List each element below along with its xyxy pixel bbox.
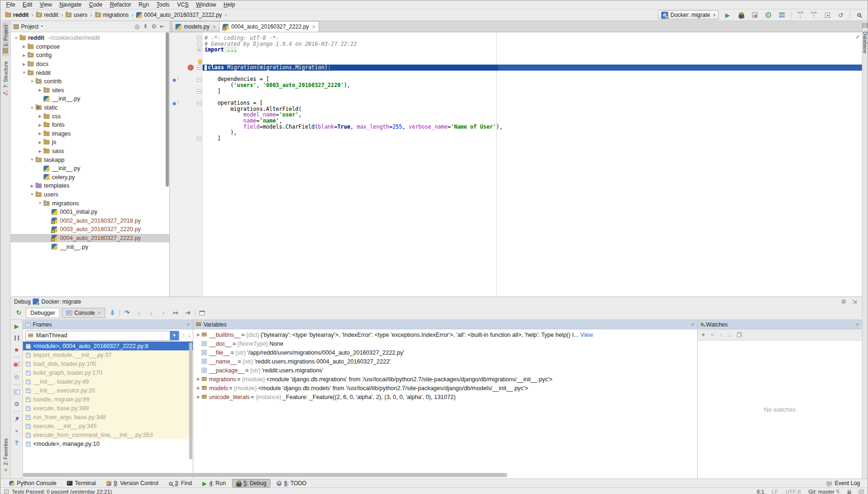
restore-layout-button[interactable] bbox=[12, 388, 22, 396]
locate-file-button[interactable]: ◎ bbox=[133, 23, 141, 30]
variable-row-migrations[interactable]: ▶migrations = {module}<module 'django.db… bbox=[193, 375, 697, 384]
mute-breakpoints-button[interactable]: ⊘ bbox=[12, 372, 22, 381]
stop-button[interactable]: ■ bbox=[12, 345, 22, 354]
code-line[interactable]: ('users', '0003_auto_20160327_2220'), bbox=[203, 82, 862, 88]
code-line[interactable]: ] bbox=[203, 88, 862, 94]
menu-code[interactable]: Code bbox=[85, 1, 106, 8]
close-tab-icon[interactable]: × bbox=[312, 24, 315, 29]
variable-row-models[interactable]: ▶models = {module}<module 'django.db.mod… bbox=[193, 384, 697, 392]
code-line[interactable] bbox=[203, 94, 862, 100]
line-separator[interactable]: LF bbox=[772, 489, 778, 494]
previous-frame-icon[interactable]: ↑ bbox=[182, 332, 185, 339]
code-line[interactable]: model_name='user', bbox=[203, 112, 862, 118]
tree-item-reddit[interactable]: ▼reddit bbox=[11, 68, 169, 77]
tool-window-button-4-run[interactable]: ▶4: Run bbox=[198, 479, 230, 487]
stack-frame-row[interactable]: execute, __init__.py:345 bbox=[23, 421, 193, 430]
chevron-down-icon[interactable]: ▾ bbox=[41, 24, 43, 29]
stack-frame-row[interactable]: <module>, 0004_auto_20160327_2222.py:8 bbox=[23, 341, 193, 350]
breadcrumb-item-reddit[interactable]: reddit bbox=[4, 11, 29, 19]
stack-frame-row[interactable]: build_graph, loader.py:170 bbox=[23, 368, 193, 377]
float-mode-icon[interactable]: ⇗ bbox=[186, 322, 190, 327]
view-breakpoints-button[interactable] bbox=[12, 361, 22, 369]
fold-marker-icon[interactable]: − bbox=[197, 137, 201, 141]
intention-bulb-icon[interactable] bbox=[198, 59, 202, 64]
debug-horizontal-scrollbar[interactable] bbox=[23, 473, 507, 477]
inspection-status-icon[interactable]: ✓ bbox=[856, 34, 860, 40]
variable-row-name[interactable]: __name__ = {str}'reddit.users.migrations… bbox=[193, 357, 697, 366]
duplicate-watch-button[interactable] bbox=[737, 332, 741, 337]
debug-tab-console[interactable]: Console⇗ bbox=[62, 308, 106, 318]
tree-item-js[interactable]: ▶js bbox=[11, 138, 169, 147]
project-scrollbar[interactable] bbox=[166, 32, 169, 187]
hide-panel-icon[interactable]: ⇲ bbox=[850, 298, 859, 305]
code-line[interactable]: ), bbox=[203, 130, 862, 136]
console-view-button[interactable] bbox=[197, 308, 207, 318]
remove-watch-button[interactable]: − bbox=[711, 332, 715, 338]
breakpoint-icon[interactable] bbox=[188, 65, 194, 71]
stripe-button-1-project[interactable]: 1: Project bbox=[2, 22, 9, 56]
tree-item-celery-py[interactable]: celery.py bbox=[11, 173, 169, 182]
tree-item-compose[interactable]: ▶compose bbox=[11, 43, 169, 51]
fold-marker-icon[interactable]: − bbox=[197, 36, 201, 40]
settings-icon[interactable]: ⚙ bbox=[839, 298, 848, 305]
tree-item-sites[interactable]: ▶sites bbox=[11, 86, 169, 95]
tool-window-button-3-find[interactable]: 3: Find bbox=[165, 479, 197, 487]
run-config-select[interactable]: dj Docker: migrate bbox=[658, 10, 719, 20]
resume-button[interactable]: ▶ bbox=[12, 322, 22, 330]
tree-item-0001-initial-py[interactable]: 0001_initial.py bbox=[11, 208, 169, 217]
search-everywhere-icon[interactable] bbox=[854, 10, 864, 20]
next-frame-icon[interactable]: ↓ bbox=[188, 332, 190, 339]
menu-navigate[interactable]: Navigate bbox=[56, 1, 85, 8]
menu-help[interactable]: Help bbox=[220, 1, 239, 8]
variable-row-builtins[interactable]: ▶__builtins__ = {dict}{'bytearray': <typ… bbox=[193, 330, 697, 339]
tree-item-init-py[interactable]: __init__.py bbox=[11, 164, 169, 173]
help-button[interactable]: ? bbox=[12, 438, 22, 447]
code-line[interactable] bbox=[203, 53, 862, 59]
thread-selector[interactable]: MainThread ▼ bbox=[25, 331, 179, 341]
pin-button[interactable] bbox=[12, 415, 22, 423]
attribute-gutter-icon[interactable] bbox=[173, 77, 179, 82]
menu-view[interactable]: View bbox=[36, 1, 56, 8]
tree-item-contrib[interactable]: ▼contrib bbox=[11, 77, 169, 86]
tree-item-config[interactable]: ▶config bbox=[11, 51, 169, 60]
profiler-button[interactable] bbox=[764, 10, 773, 20]
variable-row-doc[interactable]: __doc__ = {NoneType}None bbox=[193, 339, 697, 348]
vcs-commit-button[interactable]: VCS↑ bbox=[809, 10, 818, 20]
code-area[interactable]: −−+−−−−− # -*- coding: utf-8 -*-# Genera… bbox=[170, 32, 862, 297]
tool-window-button-terminal[interactable]: Terminal bbox=[63, 479, 100, 487]
code-line[interactable]: ] bbox=[203, 136, 862, 142]
vcs-rollback-button[interactable]: ↺ bbox=[836, 10, 846, 20]
rerun-button[interactable]: ↻ bbox=[14, 308, 24, 318]
pause-button[interactable] bbox=[12, 334, 22, 342]
tool-window-button-6-todo[interactable]: 6: TODO bbox=[272, 479, 311, 487]
tree-item-static[interactable]: ▼static bbox=[11, 103, 169, 112]
fold-marker-icon[interactable]: − bbox=[197, 78, 201, 82]
tree-item-docs[interactable]: ▶docs bbox=[11, 60, 169, 69]
debug-tab-debugger[interactable]: Debugger bbox=[26, 308, 60, 318]
chevron-down-icon[interactable]: ▼ bbox=[170, 331, 179, 340]
monitor-icon[interactable] bbox=[859, 490, 864, 494]
code-line[interactable]: import ... bbox=[203, 47, 862, 53]
vcs-changes-button[interactable] bbox=[823, 10, 832, 20]
tree-item-migrations[interactable]: ▼migrations bbox=[11, 199, 169, 208]
run-to-cursor-button[interactable]: ↦ bbox=[170, 308, 181, 318]
code-line[interactable]: # Generated by Django 1.9.4 on 2016-03-2… bbox=[203, 41, 862, 47]
stack-frame-row[interactable]: <module>, manage.py:10 bbox=[23, 439, 193, 448]
variable-row-file[interactable]: __file__ = {str}'/app/reddit/users/migra… bbox=[193, 348, 697, 357]
add-watch-button[interactable]: + bbox=[701, 332, 705, 338]
stack-frame-row[interactable]: execute, base.py:399 bbox=[23, 404, 193, 413]
breadcrumb-item-users[interactable]: users bbox=[65, 11, 88, 19]
code-line[interactable]: class Migration(migrations.Migration): bbox=[203, 65, 862, 71]
menu-refactor[interactable]: Refactor bbox=[106, 1, 135, 8]
tree-item-reddit[interactable]: ▼reddit~/cookiecutter/reddit bbox=[11, 34, 169, 43]
settings-button[interactable]: ⚙ bbox=[150, 23, 158, 30]
tree-item-0004-auto-20160327-2222-py[interactable]: 0004_auto_20160327_2222.py bbox=[11, 234, 169, 243]
close-button[interactable]: × bbox=[12, 427, 22, 435]
tree-item-users[interactable]: ▼users bbox=[11, 190, 169, 199]
menu-edit[interactable]: Edit bbox=[19, 1, 36, 8]
coverage-button[interactable] bbox=[750, 10, 759, 20]
fold-marker-icon[interactable]: + bbox=[197, 48, 201, 52]
breadcrumb-item-0004-auto-20160327-2222-py[interactable]: 0004_auto_20160327_2222.py bbox=[135, 11, 223, 19]
tree-item-templates[interactable]: ▶templates bbox=[11, 182, 169, 190]
breadcrumb-item-reddit[interactable]: reddit bbox=[35, 11, 59, 19]
